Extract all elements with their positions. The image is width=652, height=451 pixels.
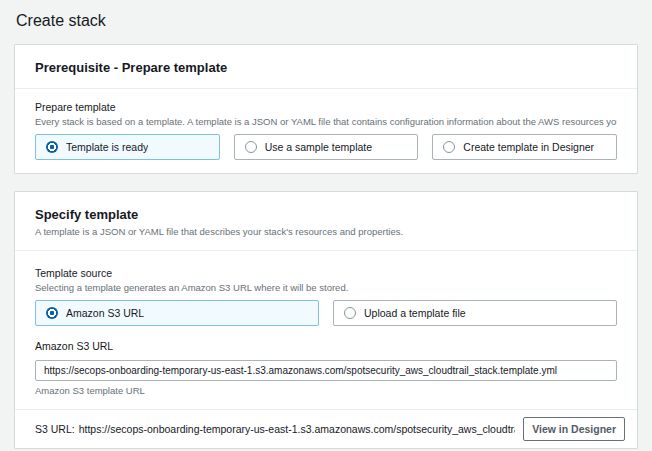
- create-stack-page: Create stack Prerequisite - Prepare temp…: [0, 0, 652, 451]
- prerequisite-panel-header: Prerequisite - Prepare template: [15, 45, 637, 89]
- radio-tile-amazon-s3-url[interactable]: Amazon S3 URL: [35, 300, 319, 326]
- prepare-template-options: Template is ready Use a sample template …: [35, 134, 617, 160]
- amazon-s3-url-input[interactable]: [35, 360, 617, 381]
- radio-tile-template-is-ready[interactable]: Template is ready: [35, 134, 220, 160]
- radio-tile-label: Template is ready: [66, 141, 148, 153]
- specify-template-panel-subtitle: A template is a JSON or YAML file that d…: [35, 226, 617, 237]
- radio-icon: [245, 141, 257, 153]
- radio-tile-label: Use a sample template: [265, 141, 372, 153]
- specify-template-panel: Specify template A template is a JSON or…: [14, 191, 638, 449]
- radio-tile-use-sample-template[interactable]: Use a sample template: [234, 134, 419, 160]
- radio-icon: [46, 307, 58, 319]
- s3-url-value: https://secops-onboarding-temporary-us-e…: [79, 423, 515, 435]
- radio-tile-label: Amazon S3 URL: [66, 307, 144, 319]
- template-source-block: Template source Selecting a template gen…: [35, 267, 617, 326]
- radio-icon: [46, 141, 58, 153]
- template-source-description: Selecting a template generates an Amazon…: [35, 282, 617, 293]
- prepare-template-description: Every stack is based on a template. A te…: [35, 116, 617, 127]
- specify-template-panel-header: Specify template A template is a JSON or…: [15, 192, 637, 251]
- radio-icon: [344, 307, 356, 319]
- amazon-s3-url-label: Amazon S3 URL: [35, 340, 617, 352]
- radio-icon: [443, 141, 455, 153]
- specify-template-panel-title: Specify template: [35, 207, 617, 222]
- amazon-s3-url-block: Amazon S3 URL Amazon S3 template URL: [35, 340, 617, 396]
- radio-tile-upload-template-file[interactable]: Upload a template file: [333, 300, 617, 326]
- s3-url-label: S3 URL:: [35, 423, 75, 435]
- view-in-designer-button[interactable]: View in Designer: [523, 417, 625, 441]
- specify-template-panel-footer: S3 URL:https://secops-onboarding-tempora…: [15, 409, 637, 448]
- radio-tile-label: Create template in Designer: [463, 141, 594, 153]
- template-source-options: Amazon S3 URL Upload a template file: [35, 300, 617, 326]
- template-source-label: Template source: [35, 267, 617, 279]
- radio-tile-create-template-in-designer[interactable]: Create template in Designer: [432, 134, 617, 160]
- specify-template-panel-body: Template source Selecting a template gen…: [15, 251, 637, 409]
- page-title: Create stack: [16, 12, 638, 30]
- prerequisite-panel-title: Prerequisite - Prepare template: [35, 60, 617, 75]
- prepare-template-label: Prepare template: [35, 101, 617, 113]
- radio-tile-label: Upload a template file: [364, 307, 466, 319]
- prerequisite-panel: Prerequisite - Prepare template Prepare …: [14, 44, 638, 174]
- s3-url-line: S3 URL:https://secops-onboarding-tempora…: [35, 423, 515, 435]
- amazon-s3-url-helper: Amazon S3 template URL: [35, 385, 617, 396]
- prerequisite-panel-body: Prepare template Every stack is based on…: [15, 89, 637, 173]
